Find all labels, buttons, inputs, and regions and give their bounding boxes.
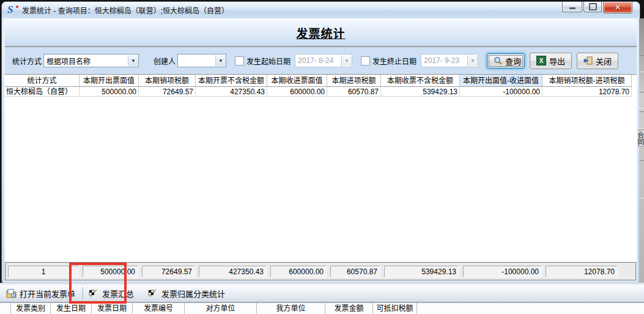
sliver-band [639,92,644,109]
row-value: -100000.00 [460,87,542,97]
row-value: 12078.70 [542,87,632,97]
dialog-client-area: 发票统计 统计方式 根据项目名称 ▼ 创建人 ▼ 发生起始日期 2017- 8-… [4,18,637,282]
column-header-sorted[interactable]: 本期开出面值-收进面值 [460,75,542,87]
summary-value: 60570.87 [330,266,380,277]
row-value: 539429.13 [381,87,460,97]
column-header[interactable]: 统计方式 [5,75,80,87]
summary-count: 1 [8,266,79,277]
invoice-summary-label: 发票汇总 [102,288,134,299]
chevron-down-icon: ▼ [128,55,138,66]
summary-value: 600000.00 [270,266,327,277]
row-value: 600000.00 [267,87,327,97]
summary-value: 72649.57 [142,266,195,277]
row-value: 500000.00 [80,87,139,97]
page-header-panel: 发票统计 [5,19,637,47]
sliver-band [639,111,644,129]
column-header[interactable]: 本期开出票面值 [80,75,139,87]
row-stat-name: 恒大棕榈岛（自营） [5,87,80,97]
start-date-picker[interactable]: 2017- 8-24 ▼ [295,54,352,67]
query-button[interactable]: 查询 [487,53,525,69]
column-header[interactable]: 发票编号 [133,303,185,314]
window-title: 发票统计 - 查询项目：恒大棕榈岛（联营）;恒大棕榈岛（自营） [22,5,229,15]
creator-label: 创建人 [154,56,176,66]
sliver-band [639,160,644,198]
summary-value: 12078.70 [546,266,618,277]
column-header[interactable]: 发票金额 [325,303,373,314]
invoice-list-header-row: 发票类别 发生日期 发票日期 发票编号 对方单位 我方单位 发票金额 可抵扣税额 [0,302,644,314]
invoice-folder-icon [6,289,17,298]
summary-row: 1 500000.00 72649.57 427350.43 600000.00… [5,262,637,281]
excel-icon: X [536,56,546,65]
open-current-invoice-label: 打开当前发票单 [20,288,75,299]
minimize-icon [569,7,576,9]
stat-method-value: 根据项目名称 [46,56,91,66]
checkered-flag-icon [88,288,99,298]
start-date-checkbox[interactable] [235,56,244,65]
page-title: 发票统计 [296,24,345,41]
row-selector-header [0,303,11,314]
column-header[interactable]: 发票类别 [11,303,51,314]
invoice-statistics-window: S 发票统计 - 查询项目：恒大棕榈岛（联营）;恒大棕榈岛（自营） ✕ 发票统计… [1,1,640,285]
chevron-down-icon: ▼ [215,55,226,66]
maximize-icon [589,3,597,10]
end-date-picker[interactable]: 2017- 9-23 ▼ [421,54,478,67]
app-swirl-icon: S [7,5,18,15]
start-date-value: 2017- 8-24 [298,56,333,65]
column-header[interactable]: 本期销项税额 [139,75,196,87]
close-dialog-button-label: 关闭 [596,55,612,67]
stat-method-dropdown[interactable]: 根据项目名称 ▼ [43,54,139,67]
close-dialog-button[interactable]: 关闭 [577,53,618,69]
close-icon: ✕ [615,3,621,12]
query-button-label: 查询 [505,55,521,67]
creator-dropdown[interactable]: ▼ [177,54,226,67]
row-value: 60570.87 [327,87,381,97]
column-header[interactable]: 我方单位 [257,303,325,314]
end-date-checkbox[interactable] [361,56,370,65]
query-toolbar: 统计方式 根据项目名称 ▼ 创建人 ▼ 发生起始日期 2017- 8-24 ▼ … [5,47,637,74]
summary-value: 427350.43 [199,266,267,277]
magnifier-icon [494,56,502,65]
column-header[interactable]: 本期开票不含税金额 [196,75,267,87]
background-window-button-hetong[interactable]: 合同 [638,130,644,147]
sliver-band [639,55,644,72]
screenshot-root: { "window": { "title": "发票统计 - 查询项目：恒大棕榈… [0,0,644,314]
export-button[interactable]: X 导出 [530,53,572,69]
chevron-down-icon: ▼ [467,55,478,66]
end-date-value: 2017- 9-23 [424,56,459,65]
minimize-button[interactable] [562,2,582,12]
column-header[interactable]: 发生日期 [51,303,92,314]
column-header[interactable]: 发票日期 [92,303,133,314]
summary-value: 500000.00 [83,266,138,277]
stat-method-label: 统计方式 [12,56,42,66]
start-date-label: 发生起始日期 [246,56,291,66]
column-header[interactable]: 本期收进票面值 [267,75,327,87]
column-header[interactable]: 本期销项税额-进项税额 [542,75,632,87]
exit-door-icon [583,56,593,65]
column-header[interactable]: 可抵扣税额 [373,303,417,314]
background-window-sliver [639,18,644,283]
window-controls: ✕ [561,2,632,13]
invoice-category-stats-label: 发票归属分类统计 [161,288,225,299]
title-bar[interactable]: S 发票统计 - 查询项目：恒大棕榈岛（联营）;恒大棕榈岛（自营） ✕ [2,2,640,18]
column-header[interactable]: 本期进项税额 [327,75,381,87]
parent-window-bottom: 打开当前发票单 发票汇总 发票归属分类统计 发票类别 发生日期 发票日期 发票编… [0,283,644,314]
column-header[interactable]: 本期收票不含税金额 [381,75,460,87]
invoice-list-toolbar: 打开当前发票单 发票汇总 发票归属分类统计 [0,285,644,302]
row-value: 72649.57 [139,87,196,97]
invoice-category-stats-button[interactable]: 发票归属分类统计 [147,288,225,299]
table-row[interactable]: 恒大棕榈岛（自营） 500000.00 72649.57 427350.43 6… [5,87,637,97]
grid-header-row: 统计方式 本期开出票面值 本期销项税额 本期开票不含税金额 本期收进票面值 本期… [5,75,637,87]
summary-value: -100000.00 [463,266,542,277]
statistics-grid: 统计方式 本期开出票面值 本期销项税额 本期开票不含税金额 本期收进票面值 本期… [5,74,637,262]
close-button[interactable]: ✕ [603,2,632,13]
summary-value: 539429.13 [384,266,459,277]
export-button-label: 导出 [549,55,565,67]
checkered-flag-icon [147,288,158,298]
column-header[interactable]: 对方单位 [185,303,257,314]
end-date-label: 发生终止日期 [372,56,416,66]
open-current-invoice-button[interactable]: 打开当前发票单 [6,288,75,299]
row-value: 427350.43 [196,87,267,97]
invoice-summary-button[interactable]: 发票汇总 [88,288,134,299]
maximize-button[interactable] [583,2,602,12]
toolbar-separator [83,287,83,299]
